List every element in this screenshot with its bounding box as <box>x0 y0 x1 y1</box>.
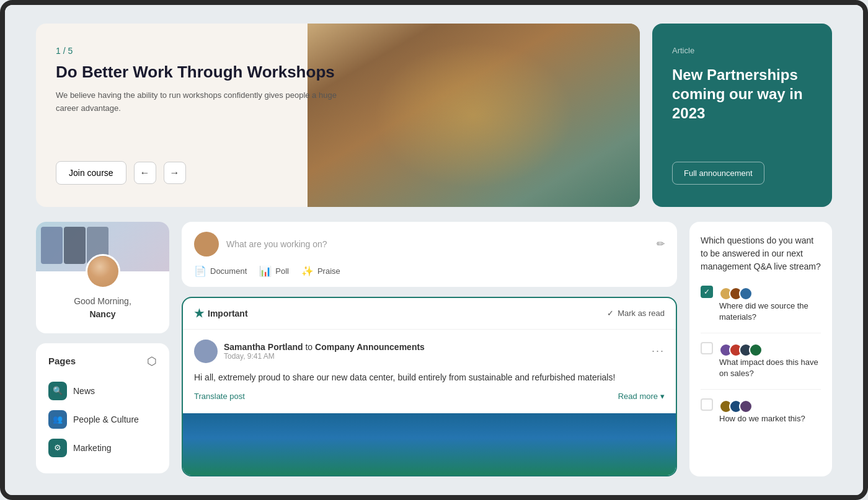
poll-action[interactable]: 📊 Poll <box>259 265 289 277</box>
news-icon: 🔍 <box>48 382 67 400</box>
profile-name: Nancy <box>89 309 115 319</box>
post-image-content <box>183 413 676 475</box>
post-image-preview <box>183 413 676 475</box>
checkmark-icon: ✓ <box>607 309 614 318</box>
praise-action[interactable]: ✨ Praise <box>301 265 340 277</box>
qa-question-title: Which questions do you want to be answer… <box>701 234 821 273</box>
document-label: Document <box>210 266 247 276</box>
praise-icon: ✨ <box>301 265 314 277</box>
avatar <box>86 254 120 289</box>
post-text: Hi all, extremely proud to share our new… <box>194 371 665 384</box>
article-card: Article New Partnerships coming our way … <box>652 24 832 207</box>
workshop-content: 1 / 5 Do Better Work Through Workshops W… <box>36 24 368 207</box>
pages-header: Pages ⬡ <box>48 354 157 368</box>
culture-icon: 👥 <box>48 410 67 429</box>
sidebar-item-marketing[interactable]: ⚙ Marketing <box>48 434 157 462</box>
qa-panel: Which questions do you want to be answer… <box>689 222 832 476</box>
post-author-line: Samantha Portland to Company Announcemen… <box>224 342 645 352</box>
post-more-button[interactable]: ··· <box>652 344 665 357</box>
chevron-down-icon: ▾ <box>660 392 665 401</box>
poll-option-1[interactable]: ✓ Where did we source the materials? <box>701 284 821 323</box>
poll-option-2[interactable]: What impact does this have on sales? <box>701 341 821 379</box>
pages-card: Pages ⬡ 🔍 News 👥 People & Culture ⚙ Mark… <box>36 343 169 473</box>
left-sidebar: Good Morning, Nancy Pages ⬡ 🔍 News 👥 Peo… <box>36 222 169 476</box>
culture-label: People & Culture <box>73 414 139 424</box>
post-channel: Company Announcements <box>315 342 425 352</box>
post-body: Samantha Portland to Company Announcemen… <box>183 330 676 413</box>
join-course-button[interactable]: Join course <box>56 161 126 185</box>
read-more-button[interactable]: Read more ▾ <box>618 392 665 401</box>
poll-label: Poll <box>275 266 289 276</box>
bottom-section: Good Morning, Nancy Pages ⬡ 🔍 News 👥 Peo… <box>36 222 832 476</box>
post-time: Today, 9:41 AM <box>224 352 645 361</box>
workshop-card: 1 / 5 Do Better Work Through Workshops W… <box>36 24 640 207</box>
poll-option-3-text: How do we market this? <box>719 413 821 424</box>
top-section: 1 / 5 Do Better Work Through Workshops W… <box>36 24 832 207</box>
poll-option-1-content: Where did we source the materials? <box>719 284 821 323</box>
workshop-actions: Join course ← → <box>56 161 348 185</box>
workshop-description: We believe having the ability to run wor… <box>56 89 348 115</box>
workshop-counter: 1 / 5 <box>56 46 348 56</box>
poll-avatars-1 <box>719 287 821 300</box>
important-label: Important <box>208 309 248 318</box>
sidebar-item-culture[interactable]: 👥 People & Culture <box>48 405 157 434</box>
mark-read-label: Mark as read <box>618 309 665 318</box>
article-title: New Partnerships coming our way in 2023 <box>672 65 812 123</box>
composer-top: What are you working on? ✏ <box>194 232 665 257</box>
poll-option-3-content: How do we market this? <box>719 397 821 424</box>
next-nav-button[interactable]: → <box>164 162 186 184</box>
prev-nav-button[interactable]: ← <box>134 162 156 184</box>
document-action[interactable]: 📄 Document <box>194 265 247 277</box>
poll-option-2-content: What impact does this have on sales? <box>719 341 821 379</box>
pages-title: Pages <box>48 356 76 366</box>
poll-option-1-text: Where did we source the materials? <box>719 300 821 323</box>
translate-button[interactable]: Translate post <box>194 392 245 401</box>
important-badge: ★ Important <box>194 307 248 320</box>
poll-avatar-10 <box>739 400 753 413</box>
post-composer: What are you working on? ✏ 📄 Document 📊 … <box>182 222 677 287</box>
post-author-info: Samantha Portland to Company Announcemen… <box>224 342 645 361</box>
divider-2 <box>701 389 821 390</box>
poll-avatars-2 <box>719 343 821 357</box>
composer-input-area[interactable]: What are you working on? ✏ <box>226 238 665 250</box>
poll-avatars-3 <box>719 400 821 413</box>
composer-actions: 📄 Document 📊 Poll ✨ Praise <box>194 265 665 277</box>
post-card-header: ★ Important ✓ Mark as read <box>183 298 676 330</box>
banner-person-1 <box>41 227 63 264</box>
mark-as-read-button[interactable]: ✓ Mark as read <box>607 309 665 318</box>
poll-option-2-text: What impact does this have on sales? <box>719 357 821 379</box>
poll-icon: 📊 <box>259 265 272 277</box>
poll-avatar-3 <box>739 287 753 300</box>
poll-checkbox-3[interactable] <box>701 398 713 411</box>
author-to: to <box>305 342 315 352</box>
article-label: Article <box>672 46 812 55</box>
important-post-card: ★ Important ✓ Mark as read Samantha Port… <box>182 297 677 476</box>
marketing-label: Marketing <box>73 443 111 453</box>
post-author-avatar <box>194 340 218 363</box>
post-meta: Samantha Portland to Company Announcemen… <box>194 340 665 363</box>
praise-label: Praise <box>317 266 340 276</box>
poll-option-3[interactable]: How do we market this? <box>701 397 821 424</box>
composer-placeholder: What are you working on? <box>226 239 327 249</box>
document-icon: 📄 <box>194 265 206 277</box>
star-icon: ★ <box>194 307 204 320</box>
poll-checkbox-2[interactable] <box>701 342 713 354</box>
banner-person-2 <box>64 227 86 264</box>
news-label: News <box>73 386 95 396</box>
workshop-title: Do Better Work Through Workshops <box>56 62 348 83</box>
profile-card: Good Morning, Nancy <box>36 222 169 333</box>
poll-avatar-7 <box>749 343 763 357</box>
pages-expand-button[interactable]: ⬡ <box>147 354 157 368</box>
profile-greeting: Good Morning, Nancy <box>74 295 131 321</box>
marketing-icon: ⚙ <box>48 439 67 457</box>
poll-checkbox-1[interactable]: ✓ <box>701 286 713 298</box>
edit-icon[interactable]: ✏ <box>657 238 665 250</box>
sidebar-item-news[interactable]: 🔍 News <box>48 377 157 405</box>
divider-1 <box>701 333 821 333</box>
author-name: Samantha Portland <box>224 342 303 352</box>
read-more-label: Read more <box>618 392 658 401</box>
composer-avatar <box>194 232 219 257</box>
center-feed: What are you working on? ✏ 📄 Document 📊 … <box>182 222 677 476</box>
post-footer: Translate post Read more ▾ <box>194 392 665 403</box>
full-announcement-button[interactable]: Full announcement <box>672 162 764 185</box>
